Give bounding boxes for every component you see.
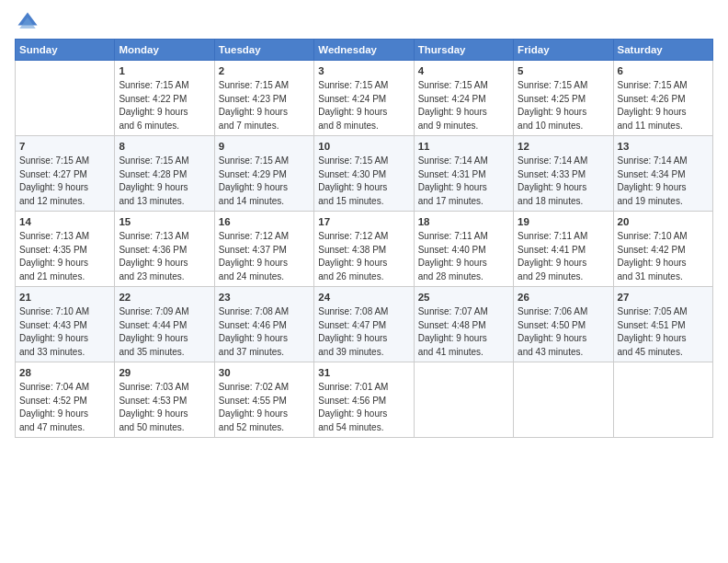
day-info: Sunrise: 7:15 AM Sunset: 4:26 PM Dayligh… (618, 79, 709, 132)
calendar-cell: 17Sunrise: 7:12 AM Sunset: 4:38 PM Dayli… (314, 212, 414, 287)
calendar-cell: 9Sunrise: 7:15 AM Sunset: 4:29 PM Daylig… (214, 136, 313, 212)
page-container: SundayMondayTuesdayWednesdayThursdayFrid… (0, 0, 728, 447)
day-info: Sunrise: 7:15 AM Sunset: 4:28 PM Dayligh… (119, 155, 210, 208)
day-number: 26 (518, 290, 609, 304)
day-info: Sunrise: 7:07 AM Sunset: 4:48 PM Dayligh… (418, 305, 509, 359)
day-info: Sunrise: 7:12 AM Sunset: 4:38 PM Dayligh… (318, 230, 409, 283)
calendar-cell: 20Sunrise: 7:10 AM Sunset: 4:42 PM Dayli… (613, 212, 712, 287)
calendar-header-row: SundayMondayTuesdayWednesdayThursdayFrid… (16, 40, 713, 61)
day-info: Sunrise: 7:10 AM Sunset: 4:42 PM Dayligh… (618, 230, 709, 283)
header-day-thursday: Thursday (414, 40, 513, 61)
calendar-cell: 14Sunrise: 7:13 AM Sunset: 4:35 PM Dayli… (16, 212, 115, 287)
day-info: Sunrise: 7:05 AM Sunset: 4:51 PM Dayligh… (618, 305, 709, 359)
day-info: Sunrise: 7:15 AM Sunset: 4:30 PM Dayligh… (318, 155, 409, 208)
day-number: 12 (518, 139, 609, 154)
calendar-cell (414, 362, 513, 438)
calendar-cell: 15Sunrise: 7:13 AM Sunset: 4:36 PM Dayli… (115, 212, 214, 287)
day-number: 18 (418, 214, 509, 229)
calendar-cell: 16Sunrise: 7:12 AM Sunset: 4:37 PM Dayli… (214, 212, 313, 287)
day-number: 7 (19, 139, 110, 154)
calendar-week-row: 21Sunrise: 7:10 AM Sunset: 4:43 PM Dayli… (16, 287, 713, 362)
calendar-cell: 4Sunrise: 7:15 AM Sunset: 4:24 PM Daylig… (414, 61, 513, 136)
day-number: 30 (219, 365, 310, 380)
day-info: Sunrise: 7:11 AM Sunset: 4:41 PM Dayligh… (518, 230, 609, 283)
day-info: Sunrise: 7:15 AM Sunset: 4:24 PM Dayligh… (418, 79, 509, 132)
day-number: 9 (219, 139, 310, 154)
day-info: Sunrise: 7:11 AM Sunset: 4:40 PM Dayligh… (418, 230, 509, 283)
day-number: 10 (318, 139, 409, 154)
day-number: 27 (618, 290, 709, 304)
day-number: 24 (318, 290, 409, 304)
day-number: 28 (19, 365, 110, 380)
day-number: 15 (119, 214, 210, 229)
day-info: Sunrise: 7:13 AM Sunset: 4:35 PM Dayligh… (19, 230, 110, 283)
header-day-friday: Friday (514, 40, 613, 61)
calendar-cell: 31Sunrise: 7:01 AM Sunset: 4:56 PM Dayli… (314, 362, 414, 438)
calendar-cell: 28Sunrise: 7:04 AM Sunset: 4:52 PM Dayli… (16, 362, 115, 438)
calendar-cell: 21Sunrise: 7:10 AM Sunset: 4:43 PM Dayli… (16, 287, 115, 362)
calendar-cell: 5Sunrise: 7:15 AM Sunset: 4:25 PM Daylig… (514, 61, 613, 136)
calendar-week-row: 14Sunrise: 7:13 AM Sunset: 4:35 PM Dayli… (16, 212, 713, 287)
calendar-week-row: 1Sunrise: 7:15 AM Sunset: 4:22 PM Daylig… (16, 61, 713, 136)
calendar-cell (613, 362, 712, 438)
calendar-cell: 12Sunrise: 7:14 AM Sunset: 4:33 PM Dayli… (514, 136, 613, 212)
day-number: 16 (219, 214, 310, 229)
day-number: 13 (618, 139, 709, 154)
calendar-week-row: 7Sunrise: 7:15 AM Sunset: 4:27 PM Daylig… (16, 136, 713, 212)
day-number: 2 (219, 63, 310, 78)
day-info: Sunrise: 7:10 AM Sunset: 4:43 PM Dayligh… (19, 305, 110, 359)
day-info: Sunrise: 7:04 AM Sunset: 4:52 PM Dayligh… (19, 381, 110, 434)
day-info: Sunrise: 7:15 AM Sunset: 4:25 PM Dayligh… (518, 79, 609, 132)
day-info: Sunrise: 7:15 AM Sunset: 4:23 PM Dayligh… (219, 79, 310, 132)
day-number: 20 (618, 214, 709, 229)
day-info: Sunrise: 7:08 AM Sunset: 4:47 PM Dayligh… (318, 305, 409, 359)
day-number: 4 (418, 63, 509, 78)
day-info: Sunrise: 7:15 AM Sunset: 4:22 PM Dayligh… (119, 79, 210, 132)
calendar-cell: 3Sunrise: 7:15 AM Sunset: 4:24 PM Daylig… (314, 61, 414, 136)
day-info: Sunrise: 7:15 AM Sunset: 4:24 PM Dayligh… (318, 79, 409, 132)
calendar-cell: 19Sunrise: 7:11 AM Sunset: 4:41 PM Dayli… (514, 212, 613, 287)
day-number: 14 (19, 214, 110, 229)
calendar-cell: 24Sunrise: 7:08 AM Sunset: 4:47 PM Dayli… (314, 287, 414, 362)
calendar-cell (514, 362, 613, 438)
calendar-cell: 22Sunrise: 7:09 AM Sunset: 4:44 PM Dayli… (115, 287, 214, 362)
calendar-cell: 10Sunrise: 7:15 AM Sunset: 4:30 PM Dayli… (314, 136, 414, 212)
day-number: 1 (119, 63, 210, 78)
calendar-cell: 2Sunrise: 7:15 AM Sunset: 4:23 PM Daylig… (214, 61, 313, 136)
day-number: 3 (318, 63, 409, 78)
header-day-tuesday: Tuesday (214, 40, 313, 61)
day-number: 22 (119, 290, 210, 304)
day-number: 11 (418, 139, 509, 154)
header-day-sunday: Sunday (16, 40, 115, 61)
day-number: 6 (618, 63, 709, 78)
calendar-week-row: 28Sunrise: 7:04 AM Sunset: 4:52 PM Dayli… (16, 362, 713, 438)
day-info: Sunrise: 7:15 AM Sunset: 4:29 PM Dayligh… (219, 155, 310, 208)
day-info: Sunrise: 7:13 AM Sunset: 4:36 PM Dayligh… (119, 230, 210, 283)
day-info: Sunrise: 7:12 AM Sunset: 4:37 PM Dayligh… (219, 230, 310, 283)
calendar-cell: 18Sunrise: 7:11 AM Sunset: 4:40 PM Dayli… (414, 212, 513, 287)
day-number: 29 (119, 365, 210, 380)
day-info: Sunrise: 7:14 AM Sunset: 4:31 PM Dayligh… (418, 155, 509, 208)
day-info: Sunrise: 7:03 AM Sunset: 4:53 PM Dayligh… (119, 381, 210, 434)
day-number: 5 (518, 63, 609, 78)
calendar-cell: 11Sunrise: 7:14 AM Sunset: 4:31 PM Dayli… (414, 136, 513, 212)
day-info: Sunrise: 7:14 AM Sunset: 4:34 PM Dayligh… (618, 155, 709, 208)
calendar-cell: 26Sunrise: 7:06 AM Sunset: 4:50 PM Dayli… (514, 287, 613, 362)
calendar-cell: 7Sunrise: 7:15 AM Sunset: 4:27 PM Daylig… (16, 136, 115, 212)
calendar-cell (16, 61, 115, 136)
day-number: 8 (119, 139, 210, 154)
calendar-cell: 13Sunrise: 7:14 AM Sunset: 4:34 PM Dayli… (613, 136, 712, 212)
day-number: 21 (19, 290, 110, 304)
day-number: 19 (518, 214, 609, 229)
day-number: 25 (418, 290, 509, 304)
header-day-saturday: Saturday (613, 40, 712, 61)
calendar-cell: 25Sunrise: 7:07 AM Sunset: 4:48 PM Dayli… (414, 287, 513, 362)
logo-icon (15, 9, 40, 35)
day-number: 23 (219, 290, 310, 304)
header-day-wednesday: Wednesday (314, 40, 414, 61)
calendar-cell: 6Sunrise: 7:15 AM Sunset: 4:26 PM Daylig… (613, 61, 712, 136)
calendar-cell: 27Sunrise: 7:05 AM Sunset: 4:51 PM Dayli… (613, 287, 712, 362)
calendar-table: SundayMondayTuesdayWednesdayThursdayFrid… (15, 39, 713, 438)
calendar-cell: 29Sunrise: 7:03 AM Sunset: 4:53 PM Dayli… (115, 362, 214, 438)
day-info: Sunrise: 7:09 AM Sunset: 4:44 PM Dayligh… (119, 305, 210, 359)
